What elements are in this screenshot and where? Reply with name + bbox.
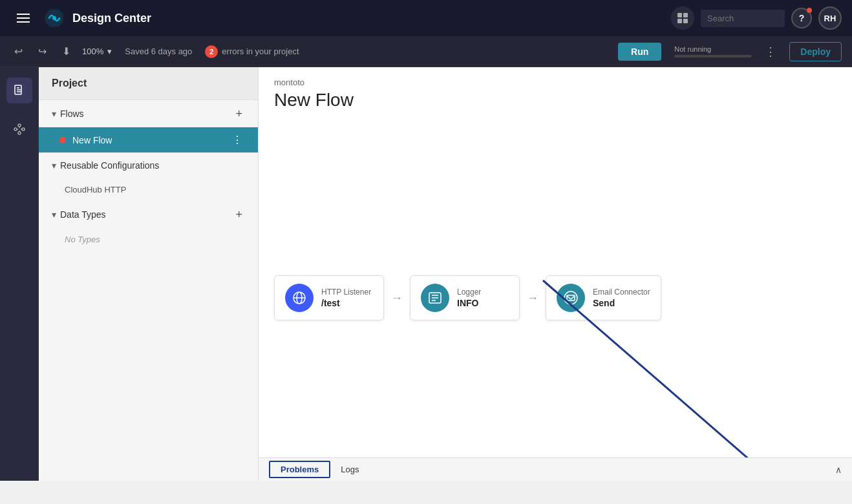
run-progress-bar (674, 55, 752, 58)
bottom-bar: Problems Logs ∧ (259, 457, 852, 481)
more-options-button[interactable]: ⋮ (760, 42, 782, 61)
redo-button[interactable]: ↪ (34, 43, 50, 60)
flow-item-new-flow[interactable]: New Flow ⋮ (39, 127, 258, 152)
canvas-breadcrumb: montoto (274, 78, 836, 87)
svg-point-25 (564, 291, 577, 304)
grid-icon (677, 12, 688, 24)
run-status: Not running (674, 45, 752, 58)
chevron-down-icon: ▾ (107, 47, 112, 56)
email-icon (562, 289, 579, 306)
app-title: Design Center (72, 12, 663, 25)
search-input[interactable] (701, 10, 785, 27)
sidebar-files-button[interactable] (6, 78, 32, 103)
graph-icon (13, 123, 26, 136)
email-connector-icon (557, 284, 585, 312)
email-connector-info: Email Connector Send (593, 288, 650, 308)
deploy-button[interactable]: Deploy (789, 42, 842, 61)
flow-canvas: HTTP Listener /test → Logger (274, 138, 852, 457)
arrow-2: → (520, 291, 546, 305)
no-types-label: No Types (39, 228, 258, 251)
undo-button[interactable]: ↩ (10, 43, 27, 60)
flows-section-header[interactable]: ▾ Flows + (39, 100, 258, 127)
error-count: 2 (205, 45, 218, 58)
main-layout: Project ▾ Flows + New Flow ⋮ ▾ Reusable … (0, 67, 852, 481)
http-listener-path: /test (321, 298, 371, 308)
icon-sidebar (0, 67, 39, 481)
nav-right: ? RH (671, 6, 842, 30)
problems-tab[interactable]: Problems (269, 461, 330, 478)
svg-point-10 (14, 128, 17, 131)
collapse-button[interactable]: ∧ (835, 465, 842, 475)
http-listener-node[interactable]: HTTP Listener /test (274, 275, 384, 320)
reusable-label: Reusable Configurations (60, 160, 245, 171)
logger-svg-icon (427, 290, 443, 306)
arrow-1: → (384, 291, 410, 305)
grid-icon-button[interactable] (671, 6, 694, 30)
logger-type: Logger (457, 288, 481, 297)
add-flow-button[interactable]: + (233, 108, 245, 120)
http-listener-icon (285, 284, 314, 312)
svg-point-11 (18, 124, 21, 127)
canvas-area: montoto New Flow HTTP Listener /test (259, 67, 852, 481)
email-connector-type: Email Connector (593, 288, 650, 297)
logger-icon (421, 284, 449, 312)
error-label: errors in your project (222, 47, 299, 56)
saved-status: Saved 6 days ago (125, 47, 192, 56)
flows-chevron-icon: ▾ (52, 109, 56, 119)
flow-name-label: New Flow (72, 135, 229, 145)
logger-level: INFO (457, 298, 481, 308)
files-icon (13, 84, 26, 97)
cloudhub-http-item[interactable]: CloudHub HTTP (39, 178, 258, 201)
email-connector-action: Send (593, 298, 650, 308)
user-avatar[interactable]: RH (818, 6, 842, 30)
svg-rect-2 (677, 13, 682, 17)
zoom-selector[interactable]: 100% ▾ (82, 47, 112, 56)
email-connector-node[interactable]: Email Connector Send (546, 275, 661, 320)
run-button[interactable]: Run (618, 43, 661, 61)
canvas-title: New Flow (274, 90, 836, 110)
reusable-chevron-icon: ▾ (52, 160, 56, 171)
svg-rect-3 (683, 13, 688, 17)
flow-status-dot (59, 137, 66, 143)
help-button[interactable]: ? (791, 8, 812, 28)
svg-rect-4 (677, 19, 682, 23)
logger-info: Logger INFO (457, 288, 481, 308)
project-panel: Project ▾ Flows + New Flow ⋮ ▾ Reusable … (39, 67, 259, 481)
sidebar-graph-button[interactable] (6, 116, 32, 142)
download-button[interactable]: ⬇ (58, 43, 74, 60)
data-types-label: Data Types (60, 209, 233, 220)
toolbar: ↩ ↪ ⬇ 100% ▾ Saved 6 days ago 2 errors i… (0, 36, 852, 67)
svg-point-12 (22, 128, 25, 131)
notification-dot (807, 8, 812, 13)
run-status-text: Not running (674, 45, 752, 53)
canvas-header: montoto New Flow (259, 67, 852, 116)
hamburger-menu-button[interactable] (10, 5, 36, 31)
data-types-section-header[interactable]: ▾ Data Types + (39, 201, 258, 228)
flow-more-button[interactable]: ⋮ (229, 134, 245, 146)
svg-point-13 (18, 132, 21, 134)
http-listener-info: HTTP Listener /test (321, 288, 371, 308)
error-badge: 2 errors in your project (205, 45, 299, 58)
app-logo (44, 8, 65, 28)
logger-node[interactable]: Logger INFO (410, 275, 520, 320)
globe-icon (292, 290, 307, 306)
http-listener-type: HTTP Listener (321, 288, 371, 297)
hamburger-icon (17, 14, 30, 23)
top-navbar: Design Center ? RH (0, 0, 852, 36)
project-header: Project (39, 67, 258, 100)
logs-tab[interactable]: Logs (330, 462, 369, 477)
reusable-section-header[interactable]: ▾ Reusable Configurations (39, 152, 258, 178)
svg-point-1 (52, 16, 56, 20)
add-data-type-button[interactable]: + (233, 209, 245, 220)
flows-label: Flows (60, 109, 233, 119)
data-types-chevron-icon: ▾ (52, 209, 56, 220)
svg-rect-5 (683, 19, 688, 23)
